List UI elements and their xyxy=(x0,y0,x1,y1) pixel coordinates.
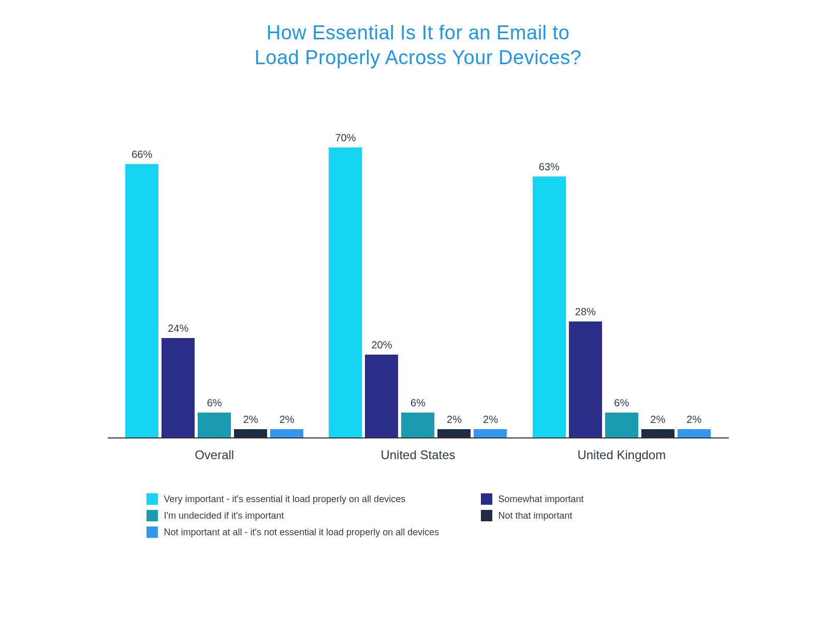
bar-value-label: 2% xyxy=(483,414,498,426)
bar: 66% xyxy=(125,164,158,437)
legend-item: Very important - it's essential it load … xyxy=(146,493,460,505)
bar: 28% xyxy=(569,321,602,437)
bar-value-label: 2% xyxy=(650,414,665,426)
legend-swatch xyxy=(146,526,158,538)
chart-title: How Essential Is It for an Email to Load… xyxy=(108,21,729,70)
x-axis-label: United States xyxy=(316,448,520,462)
legend-item: I'm undecided if it's important xyxy=(146,510,460,521)
bar-value-label: 2% xyxy=(686,414,701,426)
bar: 2% xyxy=(437,429,471,437)
bar-value-label: 6% xyxy=(614,397,629,409)
legend-label: Very important - it's essential it load … xyxy=(164,494,406,505)
bar-group: 66%24%6%2%2% xyxy=(125,106,303,437)
legend-label: Somewhat important xyxy=(498,494,584,505)
plot-area: 66%24%6%2%2%70%20%6%2%2%63%28%6%2%2% xyxy=(108,106,729,438)
bar: 6% xyxy=(198,413,231,437)
chart-container: How Essential Is It for an Email to Load… xyxy=(97,0,739,559)
x-axis: OverallUnited StatesUnited Kingdom xyxy=(108,438,729,462)
bar: 20% xyxy=(365,355,398,437)
bar: 6% xyxy=(605,413,638,437)
legend-swatch xyxy=(146,510,158,521)
bar-group: 63%28%6%2%2% xyxy=(533,106,711,437)
legend-label: Not important at all - it's not essentia… xyxy=(164,527,439,538)
legend-item: Not that important xyxy=(481,510,690,521)
bar-value-label: 2% xyxy=(447,414,462,426)
bar: 63% xyxy=(533,177,566,437)
bar: 70% xyxy=(329,148,362,437)
bar: 6% xyxy=(401,413,434,437)
bar-value-label: 28% xyxy=(575,306,596,318)
bar-value-label: 20% xyxy=(371,339,392,351)
bar-value-label: 63% xyxy=(539,161,560,173)
bar: 2% xyxy=(678,429,711,437)
legend-label: I'm undecided if it's important xyxy=(164,510,284,521)
legend-swatch xyxy=(481,493,492,505)
bar-value-label: 2% xyxy=(243,414,258,426)
bar-group: 70%20%6%2%2% xyxy=(329,106,507,437)
legend-label: Not that important xyxy=(498,510,573,521)
bar-value-label: 66% xyxy=(131,149,152,160)
bar-value-label: 70% xyxy=(335,132,356,144)
bar: 2% xyxy=(641,429,674,437)
legend-item: Somewhat important xyxy=(481,493,690,505)
bar-value-label: 24% xyxy=(168,323,188,334)
bar-value-label: 6% xyxy=(410,397,426,409)
x-axis-label: Overall xyxy=(113,448,316,462)
bar: 2% xyxy=(474,429,507,437)
legend-swatch xyxy=(146,493,158,505)
bar: 2% xyxy=(234,429,267,437)
bar-value-label: 2% xyxy=(280,414,295,426)
legend: Very important - it's essential it load … xyxy=(146,493,690,538)
bar: 2% xyxy=(270,429,303,437)
bar-value-label: 6% xyxy=(207,397,222,409)
legend-item: Not important at all - it's not essentia… xyxy=(146,526,690,538)
bar: 24% xyxy=(162,338,195,437)
legend-swatch xyxy=(481,510,492,521)
x-axis-label: United Kingdom xyxy=(520,448,723,462)
